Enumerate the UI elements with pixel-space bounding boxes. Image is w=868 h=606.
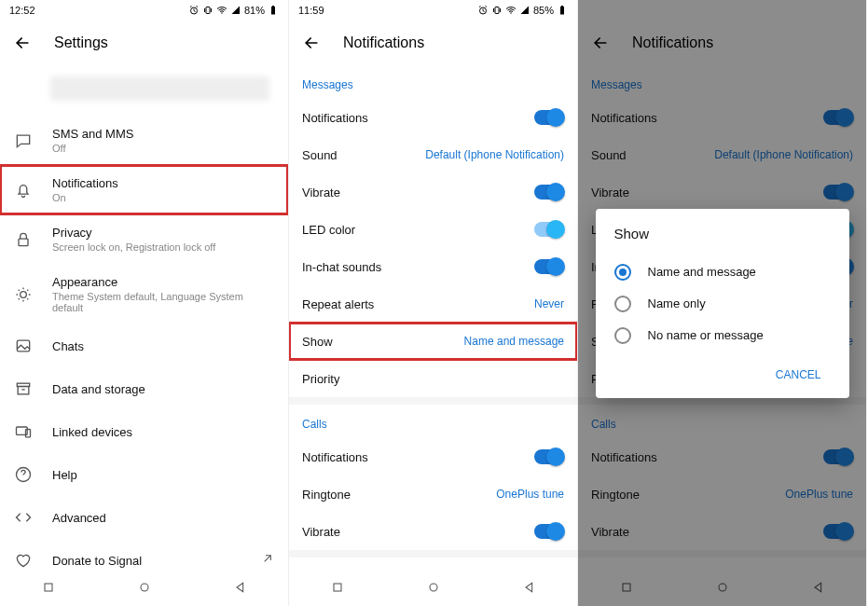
lock-icon [14,230,33,249]
svg-rect-14 [45,584,52,591]
devices-icon [14,422,33,441]
nav-back-icon[interactable] [522,580,537,595]
row-linked-devices[interactable]: Linked devices [0,410,288,453]
wifi-icon [216,5,227,16]
section-calls: Calls [289,405,577,438]
section-events: Events [289,558,577,569]
screen-dialog: 11:59 85% Notifications Messages Notific… [578,0,867,606]
row-privacy[interactable]: PrivacyScreen lock on, Registration lock… [0,214,288,264]
battery-icon [268,5,279,16]
row-advanced[interactable]: Advanced [0,496,288,539]
screen-notification-settings: 11:59 85% Notifications Messages Notific… [289,0,578,606]
toggle-switch[interactable] [534,110,564,125]
svg-rect-20 [560,7,564,15]
page-title: Settings [54,34,108,51]
radio-icon [614,264,631,281]
svg-rect-22 [334,584,341,591]
row-priority[interactable]: Priority [289,360,577,397]
app-bar: Notifications [289,21,577,65]
bell-icon [14,181,33,200]
toggle-switch[interactable] [534,185,564,200]
row-ringtone[interactable]: RingtoneOnePlus tune [289,475,577,513]
radio-icon [614,296,631,312]
row-call-vibrate[interactable]: Vibrate [289,513,577,550]
dialog-scrim[interactable]: Show Name and message Name only No name … [578,0,866,606]
toggle-switch[interactable] [534,449,564,464]
row-sms-mms[interactable]: SMS and MMSOff [0,116,288,165]
svg-rect-6 [19,239,28,245]
chat-bubble-icon [14,131,33,150]
archive-icon [14,379,33,398]
section-messages: Messages [289,65,577,99]
battery-icon [557,5,568,16]
cancel-button[interactable]: CANCEL [766,361,831,389]
radio-option-name-only[interactable]: Name only [614,288,831,320]
svg-point-15 [141,584,148,591]
row-notifications[interactable]: NotificationsOn [0,165,288,214]
dialog-title: Show [614,226,831,241]
alarm-icon [188,5,200,16]
row-vibrate[interactable]: Vibrate [289,173,577,211]
row-appearance[interactable]: AppearanceTheme System default, Language… [0,264,288,324]
row-inchat[interactable]: In-chat sounds [289,248,577,285]
svg-rect-4 [271,7,275,15]
row-led[interactable]: LED color [289,211,577,248]
signal-icon [519,5,530,16]
svg-rect-10 [18,387,29,394]
toggle-switch[interactable] [534,524,564,539]
row-show[interactable]: ShowName and message [289,323,577,360]
code-icon [14,508,33,527]
row-help[interactable]: Help [0,453,288,496]
divider [289,397,577,405]
row-repeat[interactable]: Repeat alertsNever [289,285,577,323]
nav-bar [0,569,288,606]
svg-rect-18 [495,7,499,14]
battery-pct: 85% [533,5,554,16]
back-icon[interactable] [302,34,321,52]
wifi-icon [505,5,517,16]
row-donate[interactable]: Donate to Signal [0,539,288,569]
vibrate-icon [202,5,214,16]
svg-rect-8 [17,340,29,351]
sun-icon [14,285,33,304]
nav-back-icon[interactable] [233,580,248,595]
screen-settings: 12:52 81% Settings SMS and MMSOff Notifi… [0,0,289,606]
row-chats[interactable]: Chats [0,324,288,367]
nav-home-icon[interactable] [137,580,152,595]
row-msg-notifications[interactable]: Notifications [289,99,577,136]
svg-point-3 [221,12,223,14]
battery-pct: 81% [244,5,265,16]
row-data-storage[interactable]: Data and storage [0,367,288,410]
image-icon [14,337,33,355]
page-title: Notifications [343,34,424,51]
nav-home-icon[interactable] [426,580,441,595]
heart-icon [14,551,33,569]
toggle-switch[interactable] [534,259,564,274]
row-call-notifications[interactable]: Notifications [289,438,577,475]
external-link-icon [260,551,275,566]
nav-recent-icon[interactable] [41,580,56,595]
alarm-icon [477,5,489,16]
divider [289,550,577,558]
back-icon[interactable] [13,34,32,52]
app-bar: Settings [0,21,288,65]
svg-point-7 [21,291,27,297]
clock: 12:52 [9,5,35,16]
status-bar: 11:59 85% [289,0,577,21]
svg-rect-21 [561,6,563,7]
help-icon [14,465,33,484]
svg-rect-2 [206,7,210,14]
svg-rect-5 [272,6,274,7]
signal-icon [230,5,241,16]
nav-recent-icon[interactable] [330,580,345,595]
svg-point-19 [510,12,512,14]
radio-option-no-name[interactable]: No name or message [614,320,831,351]
toggle-switch[interactable] [534,222,564,237]
nav-bar [289,569,577,606]
status-bar: 12:52 81% [0,0,288,21]
row-sound[interactable]: SoundDefault (Iphone Notification) [289,136,577,173]
clock: 11:59 [298,5,324,16]
radio-option-name-and-message[interactable]: Name and message [614,256,831,288]
vibrate-icon [491,5,503,16]
profile-block[interactable] [50,76,269,101]
